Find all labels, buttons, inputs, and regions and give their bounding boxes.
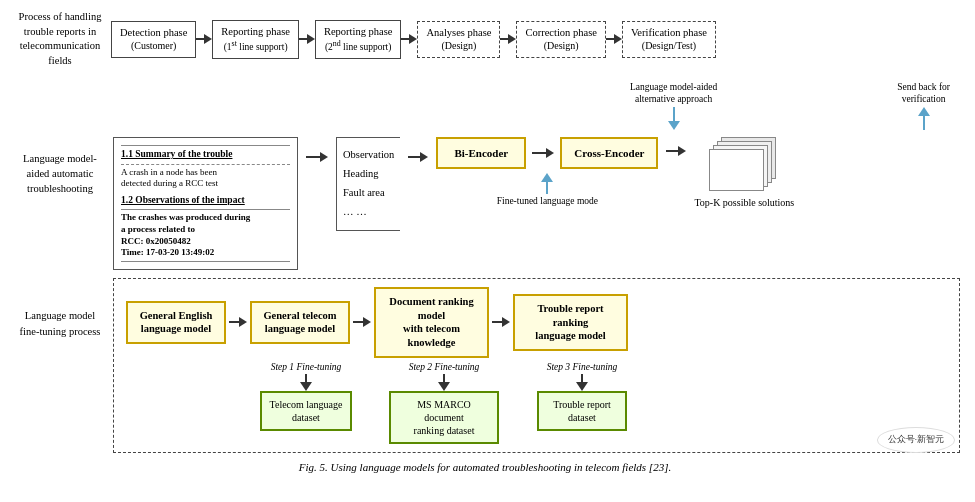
enc-arrow — [532, 148, 554, 158]
middle-section: Language model-aided automatic troublesh… — [10, 132, 960, 270]
top-arrows-area: Language model-aidedalternative approach… — [105, 81, 960, 131]
step-1-col: Step 1 Fine-tuning Telecom languagedatas… — [241, 362, 371, 431]
step-3-col: Step 3 Fine-tuning Trouble reportdataset — [517, 362, 647, 431]
lm-aided-arrow-down — [668, 107, 680, 130]
obs-item-2: Heading — [343, 165, 394, 184]
obs-item-3: Fault area — [343, 184, 394, 203]
send-back-arrow-up — [918, 107, 930, 130]
flow-box-6: Verification phase(Design/Test) — [622, 21, 716, 58]
trouble-text-1: A crash in a node has beendetected durin… — [121, 167, 290, 190]
solid-line-2 — [121, 209, 290, 210]
top-line — [121, 145, 290, 146]
bottom-line — [121, 261, 290, 262]
dashed-line-1 — [121, 164, 290, 165]
send-back-label: Send back forverification — [897, 81, 950, 106]
caption: Fig. 5. Using language models for automa… — [10, 461, 960, 473]
watermark: 公众号·新智元 — [877, 427, 955, 453]
trouble-text-2: The crashes was produced duringa process… — [121, 212, 290, 259]
arrow-up-blue — [541, 173, 553, 194]
trouble-title-2: 1.2 Observations of the impact — [121, 194, 290, 207]
arrow-5 — [606, 34, 622, 44]
model-box-1: General Englishlanguage model — [126, 301, 226, 344]
arrow-2 — [299, 34, 315, 44]
flow-box-5: Correction phase(Design) — [516, 21, 605, 58]
step-2-arrow — [438, 374, 450, 391]
fine-tuned-arrow-area: Fine-tuned language mode — [436, 173, 658, 206]
fine-tuned-label: Fine-tuned language mode — [497, 196, 598, 206]
obs-to-encoder-arrow — [408, 152, 428, 162]
trouble-report-box: 1.1 Summary of the trouble A crash in a … — [113, 137, 298, 270]
send-back-arrow-area: Send back forverification — [897, 81, 950, 131]
middle-side-label: Language model-aided automatic troublesh… — [15, 152, 105, 196]
dataset-box-2: MS MARCO documentranking dataset — [389, 391, 499, 444]
dataset-box-1: Telecom languagedataset — [260, 391, 353, 431]
arrow-3 — [401, 34, 417, 44]
top-flow-boxes: Detection phase(Customer) Reporting phas… — [111, 20, 716, 58]
bottom-dashed-box: General Englishlanguage model General te… — [113, 278, 960, 453]
top-section: Process of handling trouble reports in t… — [10, 10, 960, 69]
top-k-section: Top-K possible solutions — [694, 137, 794, 209]
stacked-papers — [709, 137, 779, 192]
lm-aided-label: Language model-aidedalternative approach — [630, 81, 717, 106]
model-flow-row: General Englishlanguage model General te… — [126, 287, 947, 358]
flow-box-3: Reporting phase(2nd line support) — [315, 20, 402, 58]
model-box-4: Trouble report rankinglanguage model — [513, 294, 628, 351]
step-3-arrow — [576, 374, 588, 391]
flow-box-2: Reporting phase(1st line support) — [212, 20, 299, 58]
bottom-outer: Language model fine-tuning process Gener… — [10, 278, 960, 453]
doc-to-obs-arrow — [306, 152, 328, 162]
bottom-wrapper: Language model fine-tuning process Gener… — [10, 278, 960, 453]
cross-encoder-box: Cross-Encoder — [560, 137, 658, 169]
dataset-box-3: Trouble reportdataset — [537, 391, 627, 431]
model-box-3: Document ranking modelwith telecom knowl… — [374, 287, 489, 358]
steps-datasets-row: Step 1 Fine-tuning Telecom languagedatas… — [126, 362, 947, 444]
arrow-1 — [196, 34, 212, 44]
step-3-label: Step 3 Fine-tuning — [547, 362, 618, 372]
paper-4 — [709, 149, 764, 191]
m-arrow-2 — [353, 317, 371, 327]
bottom-side-label: Language model fine-tuning process — [15, 308, 105, 340]
flow-box-1: Detection phase(Customer) — [111, 21, 196, 58]
step-1-arrow — [300, 374, 312, 391]
m-arrow-3 — [492, 317, 510, 327]
step-1-label: Step 1 Fine-tuning — [271, 362, 342, 372]
obs-item-1: Observation — [343, 146, 394, 165]
lm-aided-arrow-area: Language model-aidedalternative approach — [630, 81, 717, 131]
top-side-label: Process of handling trouble reports in t… — [15, 10, 105, 69]
observation-block: Observation Heading Fault area … … — [336, 137, 400, 231]
fine-tuned-arrow: Fine-tuned language mode — [497, 173, 598, 206]
m-arrow-1 — [229, 317, 247, 327]
encoder-section: Bi-Encoder Cross-Encoder Fine-tuned lang… — [436, 137, 658, 206]
step-2-col: Step 2 Fine-tuning MS MARCO documentrank… — [374, 362, 514, 444]
encoder-row: Bi-Encoder Cross-Encoder — [436, 137, 658, 169]
trouble-title-1: 1.1 Summary of the trouble — [121, 148, 290, 161]
arrow-4 — [500, 34, 516, 44]
bi-encoder-box: Bi-Encoder — [436, 137, 526, 169]
model-box-2: General telecomlanguage model — [250, 301, 350, 344]
main-container: Process of handling trouble reports in t… — [0, 0, 975, 483]
step-2-label: Step 2 Fine-tuning — [409, 362, 480, 372]
obs-item-4: … … — [343, 203, 394, 222]
flow-box-4: Analyses phase(Design) — [417, 21, 500, 58]
enc-to-topk-arrow — [666, 146, 686, 156]
top-k-label: Top-K possible solutions — [694, 196, 794, 209]
